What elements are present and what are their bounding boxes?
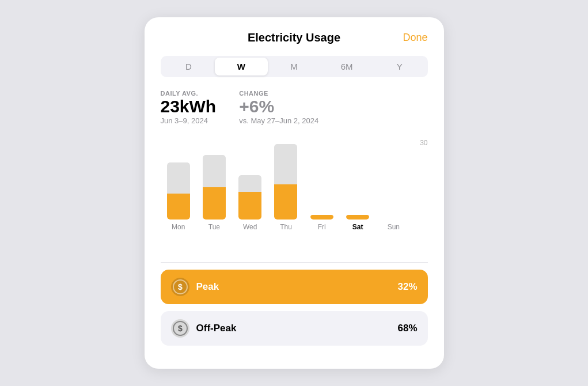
bar-group-thu: Thu — [268, 139, 304, 231]
bar-group-wed: Wed — [232, 139, 268, 231]
bar-label-fri: Fri — [318, 223, 326, 231]
bar-group-fri: Fri — [304, 139, 340, 231]
tab-D[interactable]: D — [162, 58, 215, 75]
bar-label-tue: Tue — [208, 223, 220, 231]
usage-rows: $ Peak32% $ Off-Peak68% — [161, 270, 428, 346]
bar-sat[interactable] — [346, 215, 369, 220]
tab-M[interactable]: M — [268, 58, 321, 75]
bar-tue[interactable] — [203, 155, 226, 220]
peak-icon: $ — [171, 278, 189, 296]
daily-avg-stat: DAILY AVG. 23kWh Jun 3–9, 2024 — [161, 90, 217, 125]
stats-row: DAILY AVG. 23kWh Jun 3–9, 2024 CHANGE +6… — [161, 90, 428, 125]
bar-group-sun: Sun — [375, 139, 411, 231]
peak-name: Peak — [196, 281, 398, 293]
done-button[interactable]: Done — [403, 32, 427, 44]
svg-text:$: $ — [178, 324, 183, 333]
bar-wed[interactable] — [238, 175, 261, 220]
tab-6M[interactable]: 6M — [320, 58, 373, 75]
bar-label-thu: Thu — [280, 223, 292, 231]
bar-label-mon: Mon — [172, 223, 185, 231]
bar-label-sun: Sun — [388, 223, 400, 231]
bar-group-sat: Sat — [340, 139, 375, 231]
change-stat: CHANGE +6% vs. May 27–Jun 2, 2024 — [239, 90, 318, 125]
svg-text:$: $ — [178, 282, 183, 292]
period-tabs: D W M 6M Y — [161, 56, 428, 77]
daily-avg-label: DAILY AVG. — [161, 90, 217, 97]
y-axis-max-label: 30 — [420, 139, 427, 147]
bar-mon[interactable] — [167, 162, 190, 220]
bar-group-tue: Tue — [196, 139, 232, 231]
bar-thu[interactable] — [274, 144, 297, 220]
page-title: Electricity Usage — [248, 31, 340, 44]
change-value: +6% — [239, 98, 318, 115]
daily-avg-sub: Jun 3–9, 2024 — [161, 116, 217, 125]
offpeak-icon: $ — [171, 319, 189, 338]
bar-fri[interactable] — [310, 215, 333, 220]
divider — [161, 262, 428, 263]
usage-row-peak[interactable]: $ Peak32% — [161, 270, 428, 304]
bar-chart: 30 MonTueWedThuFriSatSun — [161, 139, 428, 248]
offpeak-pct: 68% — [397, 323, 417, 334]
header: Electricity Usage Done — [161, 31, 428, 44]
tab-Y[interactable]: Y — [373, 58, 426, 75]
daily-avg-value: 23kWh — [161, 98, 217, 115]
tab-W[interactable]: W — [215, 58, 268, 75]
change-sub: vs. May 27–Jun 2, 2024 — [239, 116, 318, 125]
usage-row-offpeak[interactable]: $ Off-Peak68% — [161, 311, 428, 346]
bar-label-wed: Wed — [243, 223, 257, 231]
change-label: CHANGE — [239, 90, 318, 97]
bar-group-mon: Mon — [161, 139, 196, 231]
peak-pct: 32% — [397, 281, 417, 293]
chart-bars-container: MonTueWedThuFriSatSun — [161, 139, 428, 231]
offpeak-name: Off-Peak — [196, 323, 398, 334]
bar-label-sat: Sat — [352, 223, 363, 231]
electricity-usage-card: Electricity Usage Done D W M 6M Y DAILY … — [145, 17, 444, 369]
